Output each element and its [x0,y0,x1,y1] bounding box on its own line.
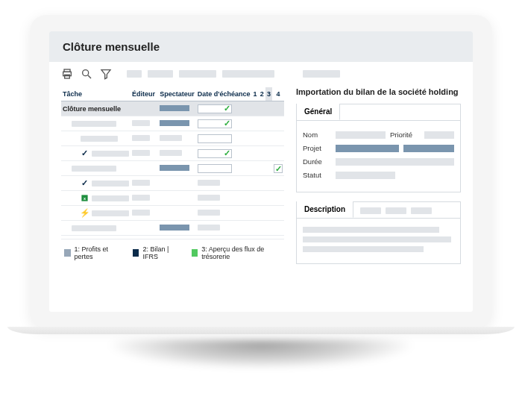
svg-line-4 [88,75,91,78]
legend-label-2: 2: Bilan | IFRS [142,245,179,260]
status-box: ✓ [274,164,283,173]
detail-title: Importation du bilan de la société holdi… [296,87,461,96]
titlebar: Clôture mensuelle [49,31,473,62]
description-line [303,227,439,233]
task-row[interactable]: ✓ [61,116,284,131]
task-row[interactable]: ✓ [61,176,284,191]
search-icon[interactable] [81,68,92,80]
field-project-value[interactable] [336,145,399,152]
legend-label-1: 1: Profits et pertes [75,245,121,260]
app-screen: Clôture mensuelle Tâche Éditeu [49,31,473,312]
check-icon: ✓ [224,104,230,113]
description-line [303,246,424,252]
bolt-icon: ⚡ [81,209,89,217]
description-box: Description [296,201,461,264]
task-row[interactable]: ✓ [61,161,284,176]
description-line [303,236,451,242]
field-project-value-2[interactable] [403,145,454,152]
check-icon: ✓ [224,119,230,128]
field-name-value[interactable] [336,131,386,139]
legend-label-3: 3: Aperçu des flux de trésorerie [201,245,281,260]
legend-swatch-2 [133,249,139,257]
laptop-base [7,327,515,334]
col-4[interactable]: 4 [272,87,284,101]
task-row[interactable] [61,131,284,146]
task-row[interactable]: x [61,191,284,206]
field-project-label: Projet [303,144,331,152]
legend: 1: Profits et pertes 2: Bilan | IFRS 3: … [61,239,284,260]
check-icon: ✓ [81,179,89,187]
toolbar-placeholder [148,70,173,78]
toolbar-placeholder [303,70,340,78]
col-viewer[interactable]: Spectateur [158,87,196,101]
task-table: Tâche Éditeur Spectateur Date d'échéance… [61,87,284,236]
col-2[interactable]: 2 [259,87,265,101]
laptop-frame: Clôture mensuelle Tâche Éditeu [30,15,492,328]
check-icon: ✓ [224,149,230,157]
svg-marker-5 [101,70,110,79]
legend-swatch-3 [192,249,198,257]
legend-swatch-1 [64,249,71,257]
svg-point-3 [83,70,89,76]
page-title: Clôture mensuelle [63,40,459,53]
col-3[interactable]: 3 [265,87,272,101]
filter-icon[interactable] [100,68,112,80]
task-row[interactable]: ⚡ [61,206,284,221]
toolbar-placeholder [127,70,142,78]
field-duration-value[interactable] [336,158,454,166]
tab-general[interactable]: Général [297,104,340,120]
check-icon: ✓ [81,149,89,157]
tab-description[interactable]: Description [297,201,353,218]
task-row[interactable]: ✓ ✓ [61,146,284,161]
col-due[interactable]: Date d'échéance [196,87,252,101]
field-priority-value[interactable] [424,131,454,139]
field-status-value[interactable] [336,172,395,179]
task-row[interactable] [61,221,284,236]
field-duration-label: Durée [303,157,331,166]
col-editor[interactable]: Éditeur [130,87,158,101]
field-name-label: Nom [303,131,331,139]
toolbar-placeholder [179,70,216,78]
toolbar [49,62,473,83]
field-status-label: Statut [303,171,331,179]
col-task[interactable]: Tâche [61,87,130,101]
col-1[interactable]: 1 [252,87,259,101]
field-priority-label: Priorité [390,131,420,139]
detail-panel: Importation du bilan de la société holdi… [296,87,461,304]
print-icon[interactable] [61,68,73,80]
group-row[interactable]: Clôture mensuelle ✓ [61,101,284,116]
general-box: Général NomPriorité Projet Durée Statut [296,104,461,192]
task-panel: Tâche Éditeur Spectateur Date d'échéance… [61,87,284,304]
excel-icon: x [81,194,89,202]
toolbar-placeholder [222,70,274,78]
